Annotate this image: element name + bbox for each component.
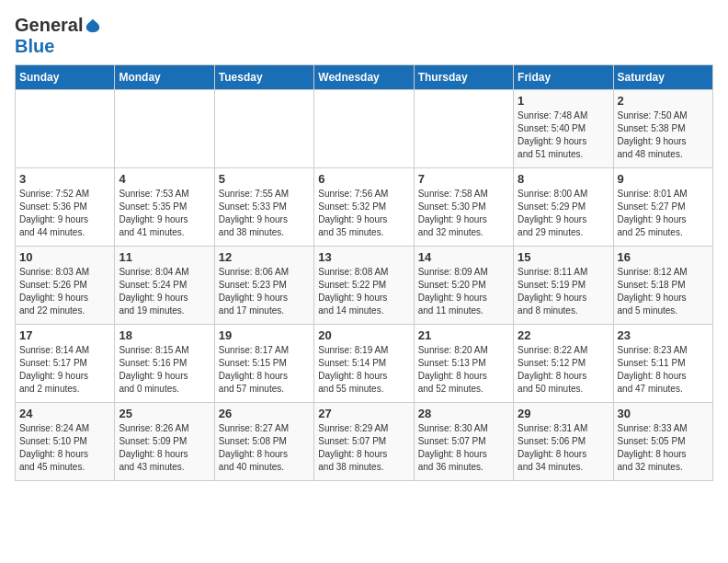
day-number: 17 <box>19 328 110 342</box>
day-info: Sunrise: 8:03 AM Sunset: 5:26 PM Dayligh… <box>19 266 110 317</box>
day-info: Sunrise: 8:26 AM Sunset: 5:09 PM Dayligh… <box>119 422 210 474</box>
day-number: 14 <box>418 250 509 264</box>
day-number: 30 <box>618 407 709 420</box>
calendar-cell: 7Sunrise: 7:58 AM Sunset: 5:30 PM Daylig… <box>414 168 513 247</box>
weekday-header: Wednesday <box>314 65 414 90</box>
day-number: 8 <box>518 172 609 186</box>
day-number: 21 <box>418 328 509 342</box>
calendar-cell: 19Sunrise: 8:17 AM Sunset: 5:15 PM Dayli… <box>214 325 313 403</box>
calendar-cell: 21Sunrise: 8:20 AM Sunset: 5:13 PM Dayli… <box>414 325 513 403</box>
day-number: 15 <box>518 250 609 264</box>
calendar-cell: 6Sunrise: 7:56 AM Sunset: 5:32 PM Daylig… <box>314 168 414 247</box>
calendar-cell <box>414 90 513 168</box>
calendar-cell: 9Sunrise: 8:01 AM Sunset: 5:27 PM Daylig… <box>613 168 712 247</box>
day-number: 9 <box>618 172 709 186</box>
day-info: Sunrise: 7:48 AM Sunset: 5:40 PM Dayligh… <box>518 109 609 161</box>
day-number: 26 <box>219 407 310 420</box>
calendar-cell: 14Sunrise: 8:09 AM Sunset: 5:20 PM Dayli… <box>414 247 513 325</box>
calendar-cell: 26Sunrise: 8:27 AM Sunset: 5:08 PM Dayli… <box>214 403 313 481</box>
calendar-cell: 28Sunrise: 8:30 AM Sunset: 5:07 PM Dayli… <box>414 403 513 481</box>
day-info: Sunrise: 8:30 AM Sunset: 5:07 PM Dayligh… <box>418 422 509 474</box>
calendar-cell <box>115 90 214 168</box>
calendar-cell: 17Sunrise: 8:14 AM Sunset: 5:17 PM Dayli… <box>16 325 115 403</box>
day-info: Sunrise: 8:29 AM Sunset: 5:07 PM Dayligh… <box>318 422 409 474</box>
day-info: Sunrise: 8:06 AM Sunset: 5:23 PM Dayligh… <box>219 266 310 317</box>
logo-text: General <box>15 15 101 36</box>
day-info: Sunrise: 7:53 AM Sunset: 5:35 PM Dayligh… <box>119 188 210 239</box>
day-info: Sunrise: 8:15 AM Sunset: 5:16 PM Dayligh… <box>119 344 210 396</box>
day-number: 6 <box>318 172 409 186</box>
day-number: 2 <box>618 94 709 108</box>
day-number: 3 <box>19 172 110 186</box>
day-info: Sunrise: 8:04 AM Sunset: 5:24 PM Dayligh… <box>119 266 210 317</box>
day-info: Sunrise: 8:19 AM Sunset: 5:14 PM Dayligh… <box>318 344 409 396</box>
calendar-cell: 3Sunrise: 7:52 AM Sunset: 5:36 PM Daylig… <box>16 168 115 247</box>
weekday-header: Friday <box>514 65 613 90</box>
day-info: Sunrise: 8:09 AM Sunset: 5:20 PM Dayligh… <box>418 266 509 317</box>
weekday-header: Saturday <box>613 65 712 90</box>
calendar-cell: 4Sunrise: 7:53 AM Sunset: 5:35 PM Daylig… <box>115 168 214 247</box>
day-number: 16 <box>618 250 709 264</box>
logo-icon <box>85 17 101 34</box>
day-info: Sunrise: 7:58 AM Sunset: 5:30 PM Dayligh… <box>418 188 509 239</box>
day-number: 12 <box>219 250 310 264</box>
day-number: 27 <box>318 407 409 420</box>
calendar-cell <box>314 90 414 168</box>
calendar-cell: 10Sunrise: 8:03 AM Sunset: 5:26 PM Dayli… <box>16 247 115 325</box>
calendar-cell: 29Sunrise: 8:31 AM Sunset: 5:06 PM Dayli… <box>514 403 613 481</box>
day-info: Sunrise: 7:55 AM Sunset: 5:33 PM Dayligh… <box>219 188 310 239</box>
day-info: Sunrise: 8:27 AM Sunset: 5:08 PM Dayligh… <box>219 422 310 474</box>
day-number: 25 <box>119 407 210 420</box>
day-info: Sunrise: 8:12 AM Sunset: 5:18 PM Dayligh… <box>618 266 709 317</box>
calendar-cell: 8Sunrise: 8:00 AM Sunset: 5:29 PM Daylig… <box>514 168 613 247</box>
day-info: Sunrise: 7:56 AM Sunset: 5:32 PM Dayligh… <box>318 188 409 239</box>
day-info: Sunrise: 8:31 AM Sunset: 5:06 PM Dayligh… <box>518 422 609 474</box>
day-info: Sunrise: 8:14 AM Sunset: 5:17 PM Dayligh… <box>19 344 110 396</box>
day-info: Sunrise: 8:22 AM Sunset: 5:12 PM Dayligh… <box>518 344 609 396</box>
day-info: Sunrise: 8:24 AM Sunset: 5:10 PM Dayligh… <box>19 422 110 474</box>
calendar-cell: 22Sunrise: 8:22 AM Sunset: 5:12 PM Dayli… <box>514 325 613 403</box>
day-info: Sunrise: 8:00 AM Sunset: 5:29 PM Dayligh… <box>518 188 609 239</box>
day-info: Sunrise: 8:17 AM Sunset: 5:15 PM Dayligh… <box>219 344 310 396</box>
calendar-cell <box>214 90 313 168</box>
day-info: Sunrise: 8:33 AM Sunset: 5:05 PM Dayligh… <box>618 422 709 474</box>
day-number: 20 <box>318 328 409 342</box>
day-number: 19 <box>219 328 310 342</box>
calendar-cell: 27Sunrise: 8:29 AM Sunset: 5:07 PM Dayli… <box>314 403 414 481</box>
calendar-cell: 11Sunrise: 8:04 AM Sunset: 5:24 PM Dayli… <box>115 247 214 325</box>
day-number: 1 <box>518 94 609 108</box>
calendar-cell: 18Sunrise: 8:15 AM Sunset: 5:16 PM Dayli… <box>115 325 214 403</box>
day-number: 22 <box>518 328 609 342</box>
day-number: 10 <box>19 250 110 264</box>
day-info: Sunrise: 8:11 AM Sunset: 5:19 PM Dayligh… <box>518 266 609 317</box>
day-number: 18 <box>119 328 210 342</box>
weekday-header: Tuesday <box>214 65 313 90</box>
weekday-header: Sunday <box>16 65 115 90</box>
calendar-cell: 2Sunrise: 7:50 AM Sunset: 5:38 PM Daylig… <box>613 90 712 168</box>
day-number: 28 <box>418 407 509 420</box>
calendar-table: SundayMondayTuesdayWednesdayThursdayFrid… <box>15 64 713 481</box>
day-number: 7 <box>418 172 509 186</box>
calendar-cell <box>16 90 115 168</box>
day-info: Sunrise: 8:23 AM Sunset: 5:11 PM Dayligh… <box>618 344 709 396</box>
logo-blue-text: Blue <box>15 36 54 56</box>
calendar-cell: 5Sunrise: 7:55 AM Sunset: 5:33 PM Daylig… <box>214 168 313 247</box>
page-header: General Blue <box>15 15 713 57</box>
calendar-cell: 25Sunrise: 8:26 AM Sunset: 5:09 PM Dayli… <box>115 403 214 481</box>
day-info: Sunrise: 8:08 AM Sunset: 5:22 PM Dayligh… <box>318 266 409 317</box>
weekday-header: Monday <box>115 65 214 90</box>
day-info: Sunrise: 7:50 AM Sunset: 5:38 PM Dayligh… <box>618 109 709 161</box>
day-info: Sunrise: 8:01 AM Sunset: 5:27 PM Dayligh… <box>618 188 709 239</box>
day-number: 11 <box>119 250 210 264</box>
calendar-cell: 23Sunrise: 8:23 AM Sunset: 5:11 PM Dayli… <box>613 325 712 403</box>
calendar-header: SundayMondayTuesdayWednesdayThursdayFrid… <box>16 65 713 90</box>
day-number: 5 <box>219 172 310 186</box>
day-number: 29 <box>518 407 609 420</box>
calendar-cell: 1Sunrise: 7:48 AM Sunset: 5:40 PM Daylig… <box>514 90 613 168</box>
calendar-cell: 13Sunrise: 8:08 AM Sunset: 5:22 PM Dayli… <box>314 247 414 325</box>
day-number: 13 <box>318 250 409 264</box>
logo: General Blue <box>15 15 101 57</box>
day-info: Sunrise: 8:20 AM Sunset: 5:13 PM Dayligh… <box>418 344 509 396</box>
calendar-cell: 24Sunrise: 8:24 AM Sunset: 5:10 PM Dayli… <box>16 403 115 481</box>
day-info: Sunrise: 7:52 AM Sunset: 5:36 PM Dayligh… <box>19 188 110 239</box>
